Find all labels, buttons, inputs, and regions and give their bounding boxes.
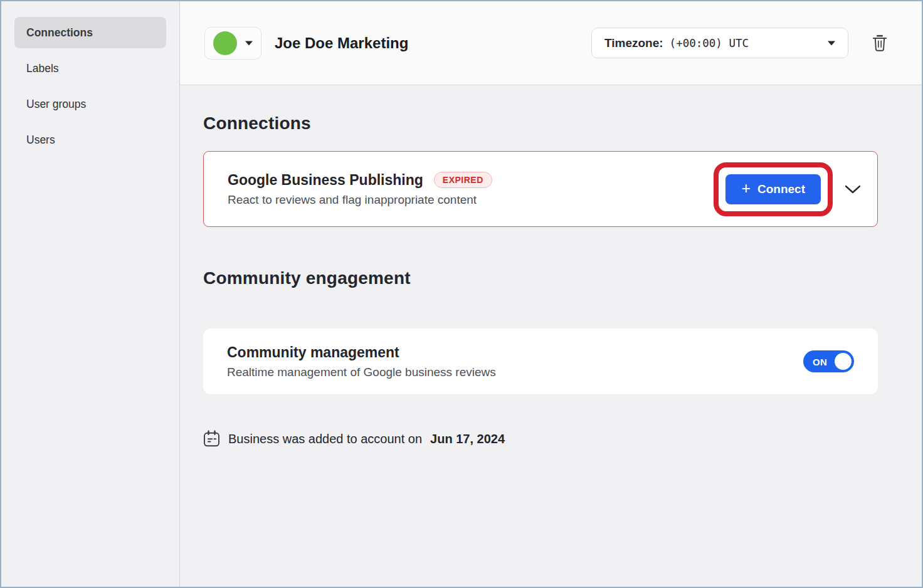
- timezone-label: Timezone:: [604, 36, 663, 50]
- sidebar-item-users[interactable]: Users: [14, 124, 166, 155]
- sidebar-item-label: Users: [26, 134, 55, 147]
- sidebar-item-connections[interactable]: Connections: [14, 17, 166, 48]
- connection-card-info: Google Business Publishing EXPIRED React…: [228, 172, 492, 207]
- plus-icon: +: [741, 181, 751, 196]
- toggle-knob: [835, 353, 852, 370]
- sidebar-item-label: Connections: [26, 26, 93, 39]
- caret-down-icon: [245, 41, 253, 46]
- avatar-dropdown-button[interactable]: [204, 27, 261, 60]
- chevron-down-icon: [845, 185, 861, 194]
- page-title: Joe Doe Marketing: [275, 34, 408, 52]
- connection-card-google-business: Google Business Publishing EXPIRED React…: [203, 151, 878, 227]
- connect-button[interactable]: + Connect: [725, 174, 821, 204]
- status-badge-expired: EXPIRED: [434, 172, 492, 188]
- business-added-text: Business was added to account on: [228, 432, 422, 446]
- sidebar: Connections Labels User groups Users: [1, 1, 180, 587]
- business-added-note: Business was added to account on Jun 17,…: [203, 430, 878, 448]
- connection-expand-button[interactable]: [845, 185, 861, 194]
- timezone-select[interactable]: Timezone: (+00:00) UTC: [591, 28, 848, 58]
- main-content: Connections Google Business Publishing E…: [180, 85, 922, 587]
- connection-description: React to reviews and flag inappropriate …: [228, 193, 492, 207]
- calendar-icon: [203, 430, 220, 448]
- community-description: Realtime management of Google business r…: [227, 365, 496, 379]
- community-engagement-heading: Community engagement: [203, 268, 878, 288]
- sidebar-item-label: User groups: [26, 98, 86, 111]
- business-added-date: Jun 17, 2024: [430, 432, 505, 446]
- community-management-card: Community management Realtime management…: [203, 328, 878, 394]
- connection-title: Google Business Publishing: [228, 172, 423, 189]
- community-title: Community management: [227, 344, 399, 361]
- sidebar-item-label: Labels: [26, 62, 59, 75]
- toggle-state-label: ON: [813, 356, 827, 367]
- caret-down-icon: [828, 41, 835, 46]
- community-management-toggle[interactable]: ON: [803, 350, 854, 372]
- business-header: Joe Doe Marketing Timezone: (+00:00) UTC: [180, 1, 922, 85]
- connections-heading: Connections: [203, 113, 878, 134]
- timezone-value: (+00:00) UTC: [670, 37, 749, 50]
- delete-business-button[interactable]: [872, 34, 888, 52]
- highlight-annotation: + Connect: [714, 162, 833, 216]
- community-card-info: Community management Realtime management…: [227, 344, 496, 379]
- sidebar-item-user-groups[interactable]: User groups: [14, 88, 166, 120]
- sidebar-item-labels[interactable]: Labels: [14, 53, 166, 84]
- avatar: [213, 31, 237, 55]
- connect-button-label: Connect: [757, 182, 805, 196]
- trash-icon: [872, 34, 888, 52]
